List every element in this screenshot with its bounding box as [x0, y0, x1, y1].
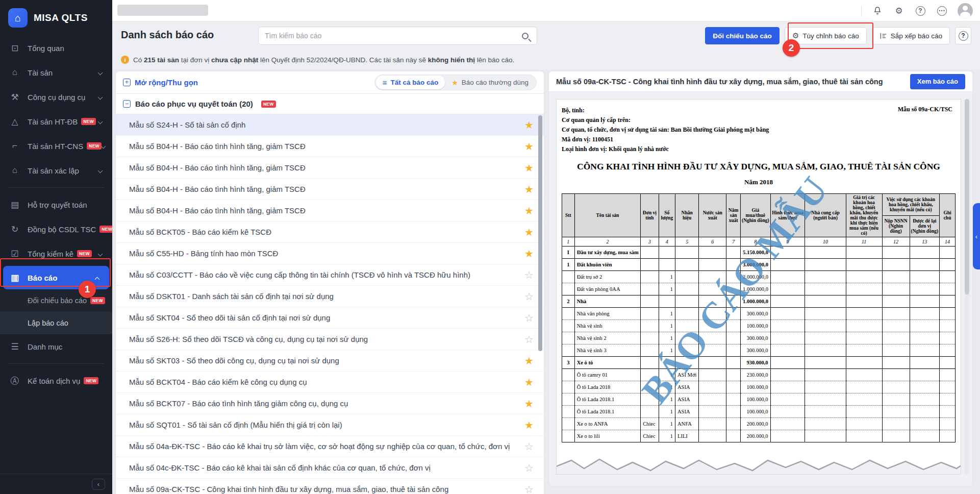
favorite-star-icon[interactable]	[524, 398, 534, 410]
report-list-item[interactable]: Mẫu số 09a-CK-TSC - Công khai tình hình …	[116, 479, 544, 494]
favorite-star-icon[interactable]	[524, 269, 534, 281]
sidebar-item[interactable]: Đối chiếu báo cáo NEW	[0, 289, 112, 312]
sidebar-item[interactable]	[8, 187, 104, 188]
arrange-reports-button[interactable]: Sắp xếp báo cáo	[872, 27, 950, 44]
sidebar-item[interactable]: ☰ Danh mục	[0, 334, 112, 359]
help-button[interactable]	[955, 27, 971, 44]
column-number: 2	[574, 237, 641, 246]
info-icon	[121, 56, 129, 64]
sidebar-item[interactable]: Ⓐ Kế toán dịch vụ NEW	[0, 368, 112, 393]
sidebar-item[interactable]: ☑ Tổng kiểm kê NEW	[0, 241, 112, 266]
list-scrollbar-thumb[interactable]	[538, 115, 542, 351]
sidebar-item-label: Kế toán dịch vụ	[28, 377, 80, 385]
favorite-star-icon[interactable]	[524, 419, 534, 431]
notification-bell-icon[interactable]	[872, 5, 883, 16]
sidebar-item[interactable]: ▤ Hỗ trợ quyết toán	[0, 192, 112, 217]
help-icon[interactable]	[915, 5, 926, 16]
report-list-item[interactable]: Mẫu số BCKT04 - Báo cáo kiểm kê công cụ …	[116, 372, 544, 393]
favorite-star-icon[interactable]	[524, 248, 534, 260]
sidebar-item[interactable]: ↻ Đồng bộ CSDL TSC NEW	[0, 217, 112, 241]
report-table-row: Nhà vệ sinh 3 1 300.000,0	[562, 344, 956, 357]
settings-gear-icon[interactable]: ⚙	[893, 5, 904, 16]
sidebar-item[interactable]: △ Tài sản HT-ĐB NEW	[0, 109, 112, 134]
report-item-label: Mẫu số B04-H - Báo cáo tình hình tăng, g…	[129, 185, 306, 193]
sidebar-item-label: Tổng kiểm kê	[28, 250, 73, 258]
sidebar-item[interactable]: Lập báo cáo	[0, 312, 112, 334]
report-list-item[interactable]: Mẫu số B04-H - Báo cáo tình hình tăng, g…	[116, 136, 544, 157]
report-rows: Mẫu số S24-H - Sổ tài sản cố định Mẫu số…	[116, 114, 544, 494]
sidebar-item[interactable]: ⌂ Tài sản xác lập	[0, 158, 112, 183]
favorite-star-icon[interactable]	[524, 333, 534, 345]
report-list-item[interactable]: Mẫu số BCKT07 - Báo cáo tình hình tăng g…	[116, 393, 544, 414]
sidebar-collapse-button[interactable]	[92, 479, 105, 490]
favorite-star-icon[interactable]	[524, 162, 534, 174]
preview-scrollbar[interactable]	[965, 99, 969, 475]
compare-reports-button[interactable]: Đối chiếu báo cáo	[705, 27, 780, 44]
user-avatar[interactable]	[958, 3, 973, 18]
view-report-button[interactable]: Xem báo cáo	[910, 74, 965, 89]
preview-scrollbar-thumb[interactable]	[965, 99, 969, 294]
report-list-item[interactable]: Mẫu số DSKT01 - Danh sách tài sản cố địn…	[116, 286, 544, 307]
report-list-item[interactable]: Mẫu số B04-H - Báo cáo tình hình tăng, g…	[116, 157, 544, 179]
report-group-header[interactable]: Báo cáo phục vụ quyết toán (20) NEW	[116, 94, 544, 114]
list-lines-icon	[383, 78, 387, 87]
favorite-star-icon[interactable]	[524, 355, 534, 367]
report-list-item[interactable]: Mẫu số SKT03 - Sổ theo dõi công cụ, dụng…	[116, 350, 544, 372]
report-item-label: Mẫu số 04a-ĐK-TSC - Báo cáo kê khai trụ …	[129, 442, 510, 451]
expand-collapse-toggle[interactable]: Mở rộng/Thu gọn	[123, 78, 198, 87]
panel-expand-handle[interactable]	[973, 203, 980, 269]
sidebar-item[interactable]: ⊡ Tổng quan	[0, 36, 112, 60]
report-item-label: Mẫu số BCKT07 - Báo cáo tình hình tăng g…	[129, 399, 348, 408]
chevron-down-icon	[98, 70, 103, 75]
report-list-item[interactable]: Mẫu số C03/CCTT - Báo cáo về việc cung c…	[116, 264, 544, 286]
report-list-item[interactable]: Mẫu số S24-H - Sổ tài sản cố định	[116, 114, 544, 136]
report-item-label: Mẫu số C55-HD - Bảng tính hao mòn TSCĐ	[129, 249, 278, 258]
star-icon	[451, 79, 458, 87]
report-list-item[interactable]: Mẫu số SQT01 - Sổ tài sản cố định (Mẫu h…	[116, 414, 544, 436]
app-logo-row: ⌂ MISA QLTS	[0, 0, 112, 36]
column-number: 11	[846, 237, 882, 246]
report-item-label: Mẫu số SKT04 - Sổ theo dõi tài sản cố đị…	[129, 313, 330, 322]
report-list-item[interactable]: Mẫu số 04c-ĐK-TSC - Báo cáo kê khai tài …	[116, 457, 544, 479]
favorite-star-icon[interactable]	[524, 290, 534, 303]
help-icon	[959, 31, 968, 41]
overview-icon: ⊡	[9, 43, 20, 54]
report-item-label: Mẫu số 09a-CK-TSC - Công khai tình hình …	[129, 485, 448, 493]
search-input[interactable]	[259, 32, 522, 40]
sidebar-item[interactable]: ⌐ Tài sản HT-CNS NEW	[0, 134, 112, 158]
sidebar-item[interactable]	[8, 363, 104, 364]
column-number: 4	[659, 237, 675, 246]
topbar: ⚙	[112, 0, 980, 21]
favorite-star-icon[interactable]	[524, 483, 534, 494]
report-list-item[interactable]: Mẫu số S26-H: Sổ theo dõi TSCĐ và công c…	[116, 329, 544, 350]
report-document: Bộ, tỉnh:Cơ quan quản lý cấp trên:Cơ qua…	[556, 99, 961, 475]
search-icon[interactable]	[522, 33, 529, 39]
favorite-star-icon[interactable]	[524, 205, 534, 217]
tab-all-reports[interactable]: Tất cả báo cáo	[376, 76, 445, 89]
favorite-star-icon[interactable]	[524, 462, 534, 474]
preview-title: Mẫu số 09a-CK-TSC - Công khai tình hình …	[556, 78, 883, 86]
favorite-star-icon[interactable]	[524, 119, 534, 131]
report-list-item[interactable]: Mẫu số B04-H - Báo cáo tình hình tăng, g…	[116, 179, 544, 200]
sidebar-item[interactable]: ⌂ Tài sản	[0, 60, 112, 85]
more-options-icon[interactable]	[936, 5, 947, 16]
report-list-item[interactable]: Mẫu số B04-H - Báo cáo tình hình tăng, g…	[116, 200, 544, 221]
sidebar-item-label: Tài sản xác lập	[28, 166, 79, 175]
tab-favorite-reports[interactable]: Báo cáo thường dùng	[445, 76, 535, 89]
report-list-item[interactable]: Mẫu số SKT04 - Sổ theo dõi tài sản cố đị…	[116, 307, 544, 329]
favorite-star-icon[interactable]	[524, 226, 534, 238]
chevron-down-icon	[98, 168, 103, 173]
infra-road-icon: △	[9, 116, 20, 127]
favorite-star-icon[interactable]	[524, 440, 534, 453]
favorite-star-icon[interactable]	[524, 376, 534, 388]
sidebar-item[interactable]: ▥ Báo cáo	[3, 266, 109, 289]
favorite-star-icon[interactable]	[524, 140, 534, 153]
favorite-star-icon[interactable]	[524, 312, 534, 324]
customize-reports-button[interactable]: ⚙ Tùy chỉnh báo cáo	[785, 27, 867, 44]
report-list-item[interactable]: Mẫu số BCKT05 - Báo cáo kiểm kê TSCĐ	[116, 221, 544, 243]
report-list-item[interactable]: Mẫu số 04a-ĐK-TSC - Báo cáo kê khai trụ …	[116, 436, 544, 457]
favorite-star-icon[interactable]	[524, 183, 534, 195]
sidebar-item[interactable]: ⚒ Công cụ dụng cụ	[0, 85, 112, 109]
assets-icon: ⌂	[9, 67, 20, 78]
report-list-item[interactable]: Mẫu số C55-HD - Bảng tính hao mòn TSCĐ	[116, 243, 544, 264]
